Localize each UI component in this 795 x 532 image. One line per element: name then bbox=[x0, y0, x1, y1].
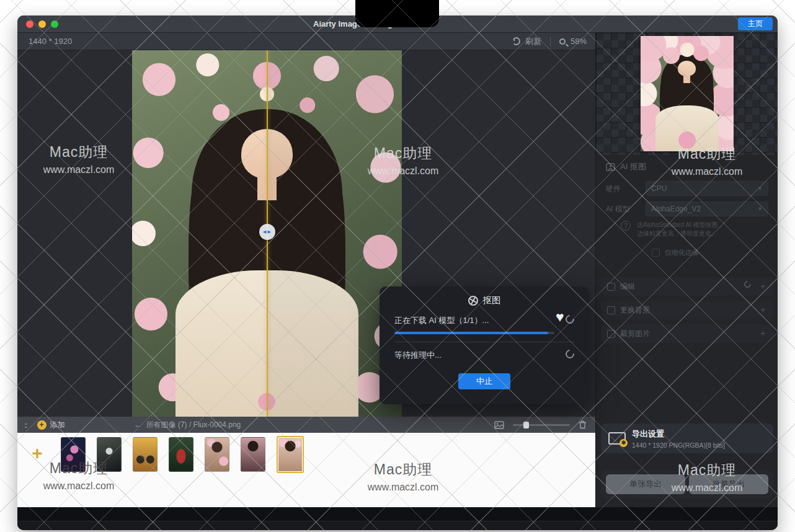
add-label: 添加 bbox=[50, 420, 65, 430]
aperture-icon bbox=[468, 296, 478, 306]
panel-crop[interactable]: 裁剪图片 ＋ bbox=[601, 324, 773, 343]
compare-slider-handle[interactable]: ◀▶ bbox=[259, 224, 275, 240]
chevron-down-icon: ▼ bbox=[757, 185, 763, 192]
zoom-level[interactable]: 58% bbox=[571, 37, 587, 46]
hardware-label: 硬件 bbox=[606, 184, 646, 194]
add-image-button[interactable]: + 添加 bbox=[37, 420, 65, 430]
traffic-lights bbox=[26, 20, 58, 28]
panel-background[interactable]: 更换背景 ＋ bbox=[601, 301, 773, 319]
matting-progress-dialog: 抠图 正在下载 AI 模型（1/1）... 等待推理中... 中止 bbox=[380, 286, 589, 404]
filmstrip-bar: ⌄⌄ + 添加 ← 所有图像 (7) / Flux-0004.png bbox=[17, 417, 595, 433]
toolbar-separator bbox=[550, 37, 551, 46]
zoom-window-button[interactable] bbox=[51, 20, 58, 28]
thumbnail-5[interactable] bbox=[205, 437, 229, 472]
export-single-button[interactable]: 单张导出 bbox=[606, 474, 685, 494]
zoom-icon[interactable] bbox=[559, 38, 566, 45]
dialog-divider bbox=[394, 342, 574, 342]
dialog-title: 抠图 bbox=[483, 295, 500, 306]
ai-matting-section-header: AI 抠图 bbox=[606, 161, 646, 172]
page: Aiarty Image Matting 主页 1440 * 1920 刷新 5… bbox=[0, 0, 795, 532]
slider-knob[interactable] bbox=[523, 422, 529, 428]
screen-notch bbox=[355, 0, 439, 27]
transparency-preview bbox=[596, 33, 778, 155]
undo-icon[interactable] bbox=[743, 280, 753, 290]
edge-refine-option: 仅细化边缘 bbox=[652, 248, 699, 257]
export-settings-title: 导出设置 bbox=[632, 428, 725, 440]
crop-icon bbox=[607, 330, 615, 338]
ai-model-dropdown[interactable]: AlphaEdge_V2 ▼ bbox=[646, 202, 768, 216]
edit-icon bbox=[607, 283, 615, 291]
chevron-down-icon: ▼ bbox=[757, 206, 763, 212]
preview-image: ◀▶ bbox=[132, 50, 402, 417]
thumbnail-3[interactable] bbox=[133, 437, 158, 472]
refresh-icon[interactable] bbox=[512, 37, 520, 45]
delete-icon[interactable] bbox=[579, 420, 587, 429]
download-progress-bar bbox=[394, 332, 554, 334]
thumbnail-6[interactable] bbox=[241, 437, 265, 472]
ai-model-row: AI 模型 AlphaEdge_V2 ▼ bbox=[606, 202, 768, 216]
home-button[interactable]: 主页 bbox=[738, 17, 773, 30]
breadcrumb[interactable]: ← 所有图像 (7) / Flux-0004.png bbox=[135, 420, 241, 430]
thumbnail-size-icon[interactable] bbox=[494, 421, 504, 429]
download-status: 正在下载 AI 模型（1/1）... bbox=[394, 315, 554, 326]
ai-matting-icon bbox=[606, 163, 615, 171]
breadcrumb-text: 所有图像 (7) / Flux-0004.png bbox=[146, 420, 241, 430]
export-settings[interactable]: ✱ 导出设置 1440 * 1920 PNG(RGBA)[8 bits] bbox=[601, 423, 773, 453]
gear-icon: ✱ bbox=[620, 439, 628, 447]
export-settings-icon: ✱ bbox=[608, 432, 626, 445]
spinner-icon bbox=[564, 313, 576, 326]
export-format: 1440 * 1920 PNG(RGBA)[8 bits] bbox=[632, 441, 725, 449]
refresh-label[interactable]: 刷新 bbox=[525, 36, 541, 47]
thumbnail-4[interactable] bbox=[169, 437, 193, 472]
expand-plus-icon[interactable]: ＋ bbox=[758, 328, 767, 339]
window-footer bbox=[17, 521, 778, 530]
collapse-filmstrip-icon[interactable]: ⌄⌄ bbox=[24, 422, 29, 428]
hardware-row: 硬件 CPU ▼ bbox=[606, 181, 768, 196]
expand-plus-icon[interactable]: ＋ bbox=[758, 304, 767, 316]
app-window: Aiarty Image Matting 主页 1440 * 1920 刷新 5… bbox=[17, 16, 778, 530]
edge-refine-label: 仅细化边缘 bbox=[665, 248, 699, 257]
panel-edit[interactable]: 编辑 ＋ bbox=[601, 277, 773, 296]
heart-icon: ♥ bbox=[556, 309, 564, 326]
close-window-button[interactable] bbox=[26, 20, 33, 28]
spinner-icon bbox=[564, 348, 576, 360]
window-bottom-bar bbox=[17, 507, 778, 521]
thumbnail-1[interactable] bbox=[61, 437, 86, 472]
model-hint: ? 选AlphaStandard AI 模型抠图， 边缘精度更高，透明度更低。 bbox=[621, 221, 767, 238]
help-icon[interactable]: ? bbox=[621, 221, 631, 231]
add-icon: + bbox=[37, 420, 47, 430]
thumbnail-size-slider[interactable] bbox=[513, 424, 570, 426]
inference-status: 等待推理中... bbox=[394, 350, 442, 361]
thumbnail-strip: + bbox=[17, 433, 595, 507]
abort-button[interactable]: 中止 bbox=[458, 373, 510, 389]
thumbnail-2[interactable] bbox=[97, 437, 122, 472]
add-image-plus-button[interactable]: + bbox=[25, 437, 50, 469]
matted-result-thumbnail bbox=[641, 36, 734, 151]
viewer-toolbar: 1440 * 1920 刷新 58% bbox=[17, 33, 595, 50]
ai-model-label: AI 模型 bbox=[606, 204, 646, 215]
thumbnail-7-selected[interactable] bbox=[277, 436, 304, 473]
back-arrow-icon[interactable]: ← bbox=[135, 420, 142, 429]
sidebar: AI 抠图 硬件 CPU ▼ AI 模型 AlphaEdge_V2 ▼ bbox=[595, 33, 778, 507]
edge-refine-checkbox[interactable] bbox=[652, 249, 660, 257]
minimize-window-button[interactable] bbox=[38, 20, 46, 28]
export-buttons: 单张导出 批量导出 bbox=[601, 470, 773, 499]
export-batch-button[interactable]: 批量导出 bbox=[689, 474, 768, 494]
expand-plus-icon[interactable]: ＋ bbox=[758, 281, 767, 292]
hardware-dropdown[interactable]: CPU ▼ bbox=[646, 181, 768, 196]
image-resolution: 1440 * 1920 bbox=[29, 37, 72, 46]
background-icon bbox=[607, 306, 615, 314]
